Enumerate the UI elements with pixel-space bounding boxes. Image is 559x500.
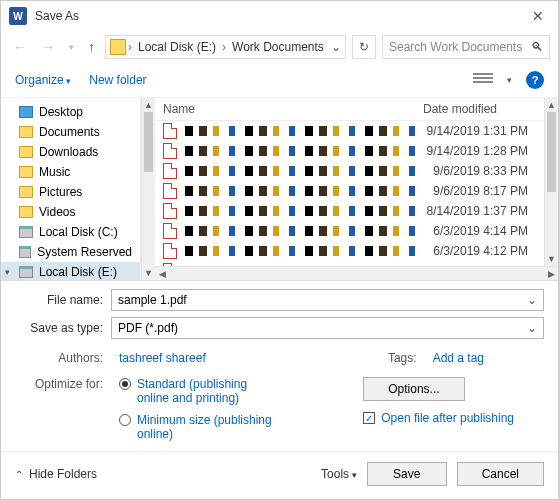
- savetype-dropdown[interactable]: PDF (*.pdf): [111, 317, 544, 339]
- col-name[interactable]: Name: [163, 102, 423, 116]
- file-date: 9/14/2019 1:31 PM: [427, 124, 536, 138]
- optimize-row: Optimize for: Standard (publishing onlin…: [1, 373, 558, 445]
- pdf-icon: [163, 223, 177, 239]
- tags-value[interactable]: Add a tag: [433, 351, 484, 365]
- breadcrumb[interactable]: › Local Disk (E:) › Work Documents ⌄: [105, 35, 346, 59]
- scroll-left-icon[interactable]: ◀: [155, 267, 169, 280]
- file-name-redacted: [185, 206, 423, 216]
- tags-label: Tags:: [388, 351, 425, 365]
- tree-item-videos[interactable]: Videos: [1, 202, 140, 222]
- scroll-right-icon[interactable]: ▶: [544, 267, 558, 280]
- scroll-down-icon[interactable]: ▼: [142, 266, 155, 280]
- file-date: 9/14/2019 1:28 PM: [427, 144, 536, 158]
- file-name-redacted: [185, 166, 423, 176]
- open-after-checkbox[interactable]: ✓ Open file after publishing: [363, 411, 514, 425]
- scroll-thumb[interactable]: [144, 112, 153, 172]
- tree-item-label: Pictures: [39, 185, 82, 199]
- save-button[interactable]: Save: [367, 462, 447, 486]
- options-button[interactable]: Options...: [363, 377, 464, 401]
- pdf-icon: [163, 163, 177, 179]
- tree-item-label: Desktop: [39, 105, 83, 119]
- breadcrumb-drive[interactable]: Local Disk (E:): [134, 40, 220, 54]
- tree-item-desktop[interactable]: Desktop: [1, 102, 140, 122]
- tree-item-music[interactable]: Music: [1, 162, 140, 182]
- file-row[interactable]: 8/14/2019 1:37 PM: [155, 201, 544, 221]
- tree-item-system-reserved[interactable]: System Reserved: [1, 242, 140, 262]
- scroll-thumb[interactable]: [547, 112, 556, 192]
- optimize-label: Optimize for:: [15, 377, 111, 441]
- pdf-icon: [163, 263, 177, 266]
- authors-value[interactable]: tashreef shareef: [119, 351, 206, 365]
- new-folder-button[interactable]: New folder: [89, 73, 146, 87]
- file-row[interactable]: 6/3/2019 4:14 PM: [155, 221, 544, 241]
- view-options-button[interactable]: [473, 73, 493, 87]
- optimize-standard-radio[interactable]: Standard (publishing online and printing…: [119, 377, 277, 405]
- file-name-redacted: [185, 126, 423, 136]
- toolbar: Organize New folder ▾ ?: [1, 63, 558, 98]
- file-row[interactable]: 9/14/2019 1:31 PM: [155, 121, 544, 141]
- tree-item-local-disk-c-[interactable]: Local Disk (C:): [1, 222, 140, 242]
- pdf-icon: [163, 143, 177, 159]
- file-row[interactable]: 9/14/2019 1:28 PM: [155, 141, 544, 161]
- scroll-up-icon[interactable]: ▲: [142, 98, 155, 112]
- back-button[interactable]: ←: [9, 39, 31, 55]
- chevron-right-icon[interactable]: ›: [222, 40, 226, 54]
- tree-item-documents[interactable]: Documents: [1, 122, 140, 142]
- body: DesktopDocumentsDownloadsMusicPicturesVi…: [1, 98, 558, 280]
- recent-dropdown[interactable]: ▾: [65, 42, 78, 52]
- pdf-icon: [163, 203, 177, 219]
- file-name-redacted: [185, 246, 423, 256]
- breadcrumb-dropdown[interactable]: ⌄: [331, 40, 341, 54]
- nav-tree: DesktopDocumentsDownloadsMusicPicturesVi…: [1, 98, 141, 280]
- tree-item-label: Music: [39, 165, 70, 179]
- chevron-right-icon[interactable]: ›: [128, 40, 132, 54]
- hide-folders-button[interactable]: ⌃ Hide Folders: [15, 467, 97, 481]
- drive-icon: [19, 266, 33, 278]
- view-dropdown[interactable]: ▾: [507, 75, 512, 85]
- scroll-down-icon[interactable]: ▼: [545, 252, 558, 266]
- tree-item-downloads[interactable]: Downloads: [1, 142, 140, 162]
- forward-button[interactable]: →: [37, 39, 59, 55]
- search-icon[interactable]: 🔍︎: [531, 40, 543, 54]
- file-row[interactable]: 6/3/2019 4:12 PM: [155, 241, 544, 261]
- search-input[interactable]: Search Work Documents 🔍︎: [382, 35, 550, 59]
- tools-menu[interactable]: Tools: [321, 467, 357, 481]
- help-button[interactable]: ?: [526, 71, 544, 89]
- filename-input[interactable]: sample 1.pdf: [111, 289, 544, 311]
- tree-scrollbar[interactable]: ▲ ▼: [141, 98, 155, 280]
- file-date: 8/14/2019 1:37 PM: [427, 204, 536, 218]
- dialog-title: Save As: [35, 9, 526, 23]
- file-name-redacted: [185, 146, 423, 156]
- tree-item-pictures[interactable]: Pictures: [1, 182, 140, 202]
- file-date: 9/6/2019 8:17 PM: [433, 184, 536, 198]
- file-row[interactable]: 9/6/2019 8:17 PM: [155, 181, 544, 201]
- up-button[interactable]: ↑: [84, 39, 99, 55]
- files-scrollbar-v[interactable]: ▲ ▼: [544, 98, 558, 266]
- breadcrumb-folder[interactable]: Work Documents: [228, 40, 328, 54]
- meta-row: Authors: tashreef shareef Tags: Add a ta…: [1, 349, 558, 373]
- col-date[interactable]: Date modified: [423, 102, 536, 116]
- expand-icon[interactable]: ▾: [5, 267, 10, 277]
- authors-label: Authors:: [15, 351, 111, 365]
- file-pane: Name Date modified 9/14/2019 1:31 PM9/14…: [155, 98, 558, 280]
- radio-icon: [119, 378, 131, 390]
- footer: ⌃ Hide Folders Tools Save Cancel: [1, 451, 558, 496]
- file-row[interactable]: 9/6/2019 8:33 PM: [155, 161, 544, 181]
- search-placeholder: Search Work Documents: [389, 40, 522, 54]
- file-header: Name Date modified: [155, 98, 544, 121]
- scroll-up-icon[interactable]: ▲: [545, 98, 558, 112]
- refresh-button[interactable]: ↻: [352, 35, 376, 59]
- cancel-button[interactable]: Cancel: [457, 462, 544, 486]
- file-name-redacted: [185, 226, 423, 236]
- tree-item-local-disk-e-[interactable]: ▾Local Disk (E:): [1, 262, 140, 280]
- pdf-icon: [163, 183, 177, 199]
- drive-icon: [110, 39, 126, 55]
- organize-menu[interactable]: Organize: [15, 73, 71, 87]
- savetype-label: Save as type:: [15, 321, 111, 335]
- files-scrollbar-h[interactable]: ◀ ▶: [155, 266, 558, 280]
- optimize-minimum-radio[interactable]: Minimum size (publishing online): [119, 413, 277, 441]
- folder-icon: [19, 126, 33, 138]
- chevron-up-icon: ⌃: [15, 469, 23, 480]
- file-date: 6/3/2019 4:14 PM: [433, 224, 536, 238]
- close-button[interactable]: ✕: [526, 8, 550, 24]
